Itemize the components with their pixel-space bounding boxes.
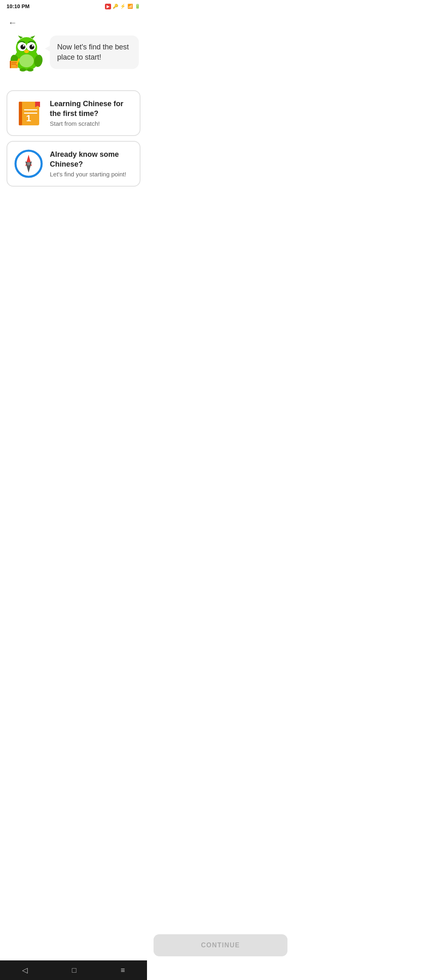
svg-point-9 — [24, 50, 29, 53]
compass-icon-container — [14, 149, 43, 178]
svg-point-5 — [20, 45, 25, 49]
back-button-area[interactable]: ← — [0, 11, 147, 31]
svg-point-6 — [29, 45, 34, 49]
svg-rect-12 — [10, 61, 11, 68]
svg-point-31 — [27, 162, 30, 165]
speech-text: Now let's find the best place to start! — [57, 42, 131, 62]
back-arrow-icon[interactable]: ← — [8, 18, 17, 28]
intermediate-subtitle: Let's find your starting point! — [50, 171, 133, 178]
compass-svg — [14, 149, 43, 178]
beginner-option-text: Learning Chinese for the first time? Sta… — [50, 99, 133, 127]
options-area: 1 Learning Chinese for the first time? S… — [0, 80, 147, 193]
mascot-owl — [8, 36, 45, 72]
svg-point-7 — [23, 45, 24, 47]
status-bar: 10:10 PM ▶ 🔑 ⚡ 📶 🔋 — [0, 0, 147, 11]
speech-bubble: Now let's find the best place to start! — [50, 36, 139, 69]
battery-icon: 🔋 — [135, 4, 140, 9]
signal-icon: 📶 — [127, 4, 133, 9]
beginner-subtitle: Start from scratch! — [50, 120, 133, 127]
svg-point-18 — [20, 68, 26, 71]
record-icon: ▶ — [105, 4, 111, 9]
intermediate-option-text: Already know some Chinese? Let's find yo… — [50, 150, 133, 178]
beginner-title: Learning Chinese for the first time? — [50, 99, 133, 118]
svg-point-19 — [27, 68, 33, 71]
svg-rect-23 — [19, 102, 22, 125]
intermediate-title: Already know some Chinese? — [50, 150, 133, 169]
intermediate-option-card[interactable]: Already know some Chinese? Let's find yo… — [7, 141, 140, 187]
key-icon: 🔑 — [113, 4, 118, 9]
notebook-svg: 1 — [15, 98, 42, 128]
mascot-area: Now let's find the best place to start! — [0, 31, 147, 80]
svg-point-2 — [19, 54, 34, 67]
svg-point-8 — [32, 45, 33, 47]
bluetooth-icon: ⚡ — [120, 4, 126, 9]
svg-text:1: 1 — [26, 113, 31, 123]
status-time: 10:10 PM — [7, 3, 29, 9]
status-icons: ▶ 🔑 ⚡ 📶 🔋 — [105, 4, 140, 9]
beginner-option-card[interactable]: 1 Learning Chinese for the first time? S… — [7, 90, 140, 136]
owl-svg — [8, 36, 45, 72]
notebook-icon-container: 1 — [14, 98, 43, 128]
